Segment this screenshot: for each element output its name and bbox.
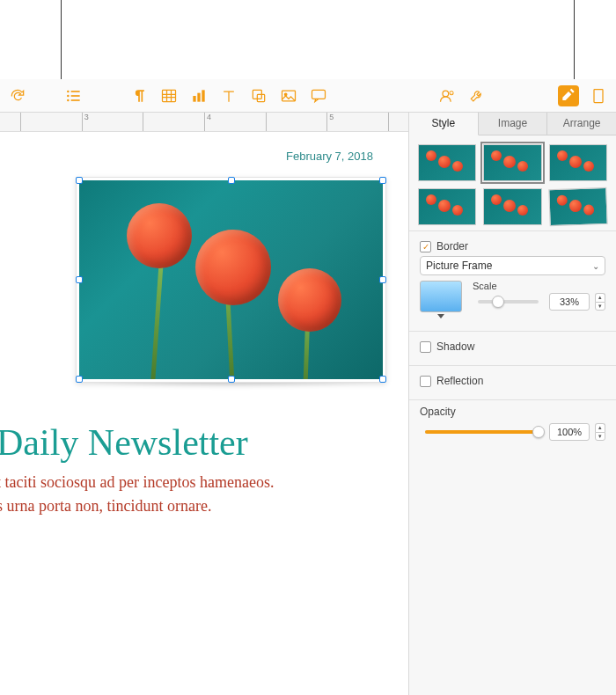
opacity-stepper[interactable]: ▴▾ xyxy=(595,423,605,441)
style-thumb-1[interactable] xyxy=(418,144,476,181)
tab-arrange[interactable]: Arrange xyxy=(547,113,616,135)
body-line-1: t taciti sociosqu ad per inceptos hamena… xyxy=(0,471,400,494)
svg-rect-3 xyxy=(71,95,80,97)
resize-handle-w[interactable] xyxy=(76,276,83,283)
sidebar-tabs: Style Image Arrange xyxy=(409,113,616,135)
svg-rect-5 xyxy=(71,99,80,101)
border-section: ✓ Border Picture Frame ⌄ Scale xyxy=(409,230,616,331)
text-icon[interactable] xyxy=(218,85,239,106)
document-date[interactable]: February 7, 2018 xyxy=(0,150,400,163)
reflection-section: ✓ Reflection xyxy=(409,365,616,399)
collaborate-icon[interactable] xyxy=(436,85,458,106)
svg-rect-11 xyxy=(257,94,264,101)
selected-image[interactable] xyxy=(79,180,383,379)
shadow-section: ✓ Shadow xyxy=(409,331,616,365)
table-icon[interactable] xyxy=(158,85,180,106)
style-thumbnails xyxy=(409,135,616,230)
redo-icon[interactable] xyxy=(7,85,28,106)
shadow-checkbox[interactable]: ✓ xyxy=(420,341,431,353)
comment-icon[interactable] xyxy=(308,85,329,106)
border-type-select[interactable]: Picture Frame ⌄ xyxy=(420,256,605,275)
svg-rect-6 xyxy=(163,90,176,101)
scale-slider[interactable] xyxy=(478,300,539,304)
svg-rect-17 xyxy=(594,89,603,102)
resize-handle-se[interactable] xyxy=(379,376,386,383)
svg-point-15 xyxy=(443,91,449,97)
document-settings-icon[interactable] xyxy=(588,85,609,106)
style-thumb-3[interactable] xyxy=(549,144,607,181)
document-body[interactable]: t taciti sociosqu ad per inceptos hamena… xyxy=(0,471,400,518)
reflection-checkbox[interactable]: ✓ xyxy=(420,376,431,387)
media-icon[interactable] xyxy=(278,85,299,106)
resize-handle-n[interactable] xyxy=(228,177,235,184)
style-thumb-6[interactable] xyxy=(548,187,608,226)
chart-icon[interactable] xyxy=(188,85,209,106)
resize-handle-e[interactable] xyxy=(379,276,386,283)
svg-rect-7 xyxy=(193,96,195,102)
callout-line-left xyxy=(61,0,62,79)
svg-rect-9 xyxy=(202,90,204,101)
border-type-value: Picture Frame xyxy=(426,260,492,272)
content-row: 3 4 5 February 7, 2018 xyxy=(0,113,616,695)
opacity-value[interactable]: 100% xyxy=(549,423,590,441)
image-content xyxy=(79,180,383,379)
callout-line-right xyxy=(574,0,575,79)
svg-rect-1 xyxy=(71,91,80,92)
tab-style[interactable]: Style xyxy=(409,113,479,135)
reflection-label: Reflection xyxy=(436,375,483,387)
format-sidebar: Style Image Arrange ✓ Border Pi xyxy=(408,113,616,695)
style-thumb-4[interactable] xyxy=(418,188,476,225)
document-canvas[interactable]: February 7, 2018 xyxy=(0,132,408,695)
tab-image[interactable]: Image xyxy=(479,113,548,135)
toolbar xyxy=(0,79,616,113)
scale-stepper[interactable]: ▴▾ xyxy=(595,293,605,311)
svg-rect-14 xyxy=(312,90,326,99)
opacity-slider[interactable] xyxy=(425,430,539,434)
chevron-down-icon: ⌄ xyxy=(592,261,599,271)
shadow-label: Shadow xyxy=(436,340,474,353)
app-window: 3 4 5 February 7, 2018 xyxy=(0,79,616,695)
svg-rect-8 xyxy=(197,92,200,101)
document-title[interactable]: Daily Newsletter xyxy=(0,421,400,464)
border-preview[interactable] xyxy=(420,281,462,312)
paragraph-icon[interactable] xyxy=(128,85,150,106)
resize-handle-sw[interactable] xyxy=(76,376,83,383)
tools-icon[interactable] xyxy=(466,85,488,106)
list-icon[interactable] xyxy=(63,85,84,106)
svg-point-0 xyxy=(67,90,70,92)
border-checkbox[interactable]: ✓ xyxy=(420,241,431,252)
opacity-label: Opacity xyxy=(420,406,605,418)
style-thumb-2[interactable] xyxy=(483,144,541,181)
svg-point-2 xyxy=(67,94,70,97)
border-label: Border xyxy=(436,240,468,252)
style-thumb-5[interactable] xyxy=(483,188,541,225)
resize-handle-s[interactable] xyxy=(228,376,235,383)
resize-handle-nw[interactable] xyxy=(76,177,83,184)
opacity-section: Opacity 100% ▴▾ xyxy=(409,399,616,453)
scale-value[interactable]: 33% xyxy=(549,293,590,311)
scale-label: Scale xyxy=(473,281,605,291)
svg-point-4 xyxy=(67,99,70,101)
format-icon[interactable] xyxy=(558,85,579,106)
resize-handle-ne[interactable] xyxy=(379,177,386,184)
chevron-down-icon xyxy=(437,314,444,318)
ruler[interactable]: 3 4 5 xyxy=(0,113,408,132)
shape-icon[interactable] xyxy=(248,85,269,106)
body-line-2: s urna porta non, tincidunt ornare. xyxy=(0,494,400,518)
